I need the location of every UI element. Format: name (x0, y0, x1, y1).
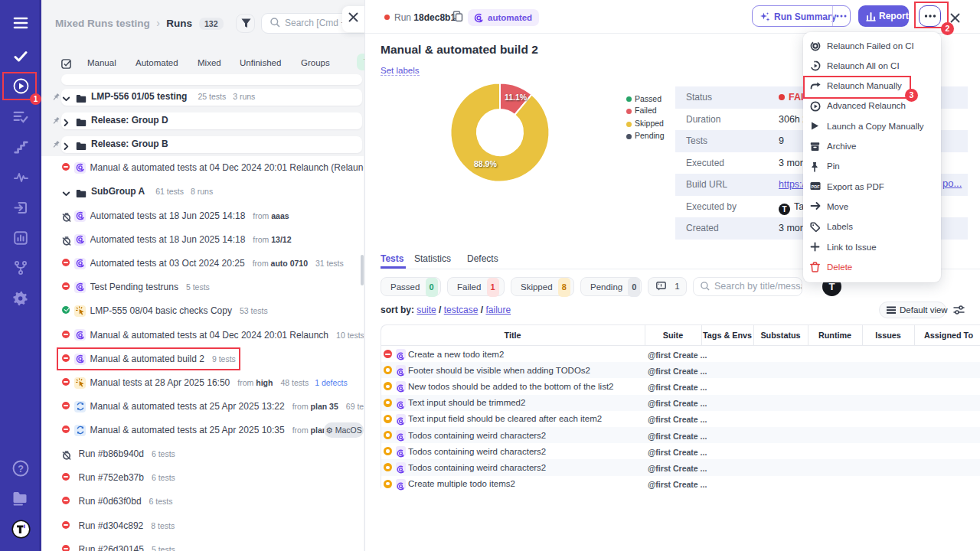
svg-text:PDF: PDF (812, 184, 821, 189)
svg-text:88.9%: 88.9% (474, 159, 497, 168)
svg-text:?: ? (18, 464, 24, 474)
svg-text:11.1%: 11.1% (505, 93, 528, 102)
